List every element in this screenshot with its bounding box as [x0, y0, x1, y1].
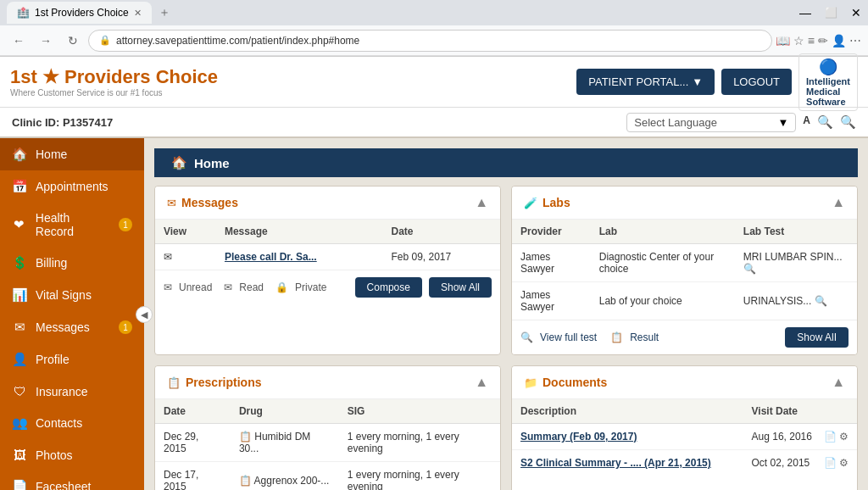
prescriptions-table: Date Drug SIG Dec 29, 2015 📋 Humibid DM … — [155, 399, 500, 490]
star-icon[interactable]: ☆ — [793, 34, 804, 47]
documents-panel-title: Documents — [542, 376, 832, 389]
message-link[interactable]: Please call Dr. Sa... — [216, 244, 383, 270]
edit-icon[interactable]: ✏ — [818, 34, 828, 47]
sidebar-item-insurance-label: Insurance — [36, 385, 87, 398]
result-label[interactable]: Result — [630, 331, 659, 343]
sidebar-item-home[interactable]: 🏠 Home — [0, 138, 144, 170]
messages-show-all-button[interactable]: Show All — [429, 277, 492, 298]
sidebar-item-appointments-label: Appointments — [36, 180, 108, 193]
sidebar-item-profile-label: Profile — [36, 353, 70, 366]
sidebar-item-health-record[interactable]: ❤ Health Record 1 — [0, 203, 144, 247]
prescriptions-panel-collapse[interactable]: ▲ — [475, 375, 488, 390]
forward-button[interactable]: → — [34, 29, 58, 53]
lab-provider-2: James Sawyer — [512, 282, 591, 320]
maximize-icon[interactable]: ⬜ — [825, 7, 837, 19]
browser-tab[interactable]: 🏥 1st Providers Choice ✕ — [7, 2, 152, 24]
dropdown-icon: ▼ — [692, 75, 703, 88]
view-full-test-label[interactable]: View full test — [540, 331, 597, 343]
health-record-icon: ❤ — [12, 217, 27, 232]
doc-view-icon-2[interactable]: 📄 — [824, 457, 837, 469]
labs-panel-header: 🧪 Labs ▲ — [512, 187, 857, 220]
sidebar-item-messages[interactable]: ✉ Messages 1 — [0, 311, 144, 343]
doc-desc-2[interactable]: S2 Clinical Summary - .... (Apr 21, 2015… — [512, 450, 743, 476]
photos-icon: 🖼 — [12, 448, 27, 462]
close-icon[interactable]: ✕ — [851, 6, 861, 19]
doc-col-visit-date: Visit Date — [743, 399, 857, 424]
sidebar-item-vital-signs[interactable]: 📊 Vital Signs — [0, 279, 144, 311]
lab-test-2: URINALYSIS... 🔍 — [735, 282, 857, 320]
extensions-icon[interactable]: ⋯ — [849, 34, 861, 47]
search-icon-2[interactable]: 🔍 — [840, 114, 856, 130]
sidebar: 🏠 Home 📅 Appointments ❤ Health Record 1 … — [0, 138, 144, 490]
patient-portal-button[interactable]: PATIENT PORTAL... ▼ — [576, 69, 715, 95]
private-icon: 🔒 — [275, 281, 288, 293]
doc-visit-1: Aug 16, 2016 📄 ⚙ — [743, 424, 857, 450]
sidebar-item-billing[interactable]: 💲 Billing — [0, 247, 144, 279]
doc-actions-1: 📄 ⚙ — [824, 431, 849, 443]
logo-sub: Where Customer Service is our #1 focus — [10, 88, 576, 97]
messages-panel-collapse[interactable]: ▲ — [475, 195, 488, 210]
address-text: attorney.savepatienttime.com/patient/ind… — [116, 35, 761, 47]
lab-name-2: Lab of your choice — [591, 282, 735, 320]
header-right: PATIENT PORTAL... ▼ LOGOUT 🔵 Intelligent… — [576, 53, 858, 111]
messages-col-date: Date — [382, 220, 500, 244]
bookmarks-icon[interactable]: 📖 — [776, 34, 790, 47]
doc-desc-1[interactable]: Summary (Feb 09, 2017) — [512, 424, 743, 450]
documents-panel: 📁 Documents ▲ Description Visit Date — [511, 365, 858, 490]
app-header: 1st ★ Providers Choice Where Customer Se… — [0, 57, 868, 108]
labs-panel-collapse[interactable]: ▲ — [832, 195, 845, 210]
logout-button[interactable]: LOGOUT — [721, 69, 792, 95]
labs-show-all-button[interactable]: Show AlI — [785, 327, 849, 348]
labs-panel: 🧪 Labs ▲ Provider Lab Lab Test — [511, 186, 858, 355]
doc-actions-2: 📄 ⚙ — [824, 457, 849, 469]
prescriptions-panel-header: 📋 Prescriptions ▲ — [155, 366, 500, 399]
doc-view-icon-1[interactable]: 📄 — [824, 431, 837, 443]
refresh-button[interactable]: ↻ — [61, 29, 85, 53]
home-tab-label: Home — [194, 156, 230, 170]
sidebar-collapse-button[interactable]: ◀ — [136, 306, 153, 323]
clinic-icons: A 🔍 🔍 — [803, 114, 856, 130]
appointments-icon: 📅 — [12, 179, 27, 194]
profile-icon[interactable]: 👤 — [832, 34, 846, 47]
sidebar-item-insurance[interactable]: 🛡 Insurance — [0, 376, 144, 407]
menu-icon[interactable]: ≡ — [808, 34, 815, 47]
rx-drug-icon-1: 📋 — [239, 431, 252, 443]
read-label: Read — [239, 281, 264, 293]
sidebar-item-appointments[interactable]: 📅 Appointments — [0, 170, 144, 203]
logo-text: 1st ★ Providers Choice — [10, 66, 576, 88]
sidebar-item-facesheet-label: Facesheet — [36, 480, 91, 490]
lab-test-search-icon-2[interactable]: 🔍 — [815, 295, 827, 307]
address-bar[interactable]: 🔒 attorney.savepatienttime.com/patient/i… — [88, 30, 772, 52]
language-select[interactable]: Select Language ▼ — [626, 113, 796, 132]
minimize-icon[interactable]: — — [799, 6, 811, 19]
search-icon[interactable]: 🔍 — [817, 114, 833, 130]
labs-panel-icon: 🧪 — [524, 197, 537, 209]
new-tab-icon[interactable]: ＋ — [159, 5, 170, 20]
clinic-id: Clinic ID: P1357417 — [12, 116, 626, 129]
doc-settings-icon-1[interactable]: ⚙ — [839, 431, 849, 443]
doc-settings-icon-2[interactable]: ⚙ — [839, 457, 849, 469]
logo-1st: 1st — [10, 66, 37, 87]
documents-panel-collapse[interactable]: ▲ — [832, 375, 845, 390]
lab-test-search-icon-1[interactable]: 🔍 — [743, 263, 756, 275]
messages-panel: ✉ Messages ▲ View Message Date — [154, 186, 501, 355]
home-tab-bar: 🏠 Home — [154, 148, 858, 177]
dashboard-grid: ✉ Messages ▲ View Message Date — [154, 186, 858, 490]
rx-date-1: Dec 29, 2015 — [155, 424, 231, 462]
sidebar-item-facesheet[interactable]: 📄 Facesheet — [0, 471, 144, 490]
rx-sig-2: 1 every morning, 1 every evening — [339, 462, 500, 491]
message-view-icon: ✉ — [155, 244, 216, 270]
lab-test-1: MRI LUMBAR SPIN... 🔍 — [735, 244, 857, 282]
text-size-small-icon[interactable]: A — [803, 114, 810, 130]
back-button[interactable]: ← — [7, 29, 31, 53]
sidebar-item-profile[interactable]: 👤 Profile — [0, 343, 144, 376]
labs-col-test: Lab Test — [735, 220, 857, 244]
prescriptions-panel: 📋 Prescriptions ▲ Date Drug SIG — [154, 365, 501, 490]
rx-col-date: Date — [155, 399, 231, 424]
health-record-badge: 1 — [119, 218, 132, 231]
compose-button[interactable]: Compose — [355, 277, 422, 298]
tab-close-icon[interactable]: ✕ — [134, 8, 142, 19]
sidebar-item-health-record-label: Health Record — [36, 211, 110, 238]
sidebar-item-contacts[interactable]: 👥 Contacts — [0, 407, 144, 439]
sidebar-item-photos[interactable]: 🖼 Photos — [0, 439, 144, 471]
